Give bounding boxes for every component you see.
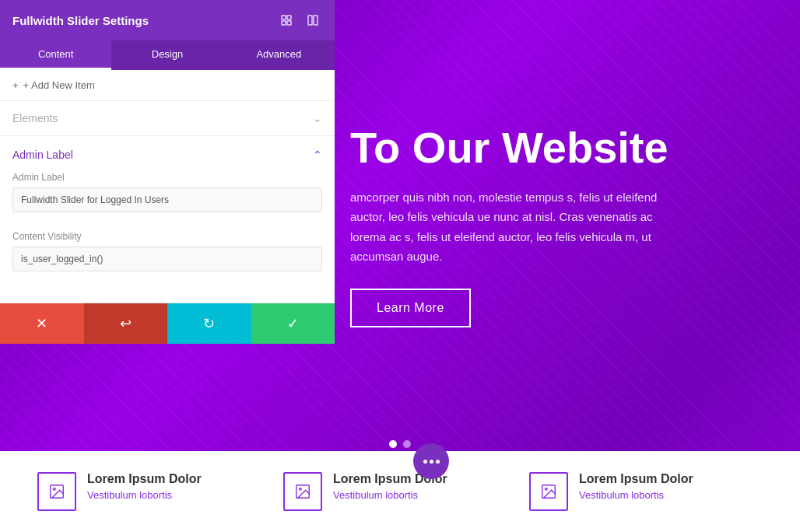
visibility-input[interactable] <box>12 247 322 271</box>
card-text-1: Lorem Ipsum Dolor Vestibulum lobortis <box>87 472 202 501</box>
undo-button[interactable]: ↩ <box>84 303 168 344</box>
card-text-3: Lorem Ipsum Dolor Vestibulum lobortis <box>579 472 693 501</box>
add-new-item-button[interactable]: + + Add New Item <box>0 70 335 101</box>
slider-dots <box>389 440 411 448</box>
add-new-item-label: + Add New Item <box>23 79 95 91</box>
image-icon-2 <box>283 472 322 511</box>
card-title-3: Lorem Ipsum Dolor <box>579 472 693 486</box>
expand-icon[interactable] <box>277 11 296 30</box>
split-icon[interactable] <box>304 11 322 30</box>
svg-rect-2 <box>282 21 286 25</box>
list-item: Lorem Ipsum Dolor Vestibulum lobortis <box>529 472 763 511</box>
card-title-1: Lorem Ipsum Dolor <box>87 472 202 486</box>
image-icon-1 <box>37 472 76 511</box>
panel-header-icons <box>277 11 322 30</box>
visibility-field-label: Content Visibility <box>12 231 322 242</box>
tab-content[interactable]: Content <box>0 40 111 70</box>
panel-title: Fullwidth Slider Settings <box>12 14 149 27</box>
svg-rect-5 <box>314 16 318 25</box>
plus-icon: + <box>12 79 19 91</box>
chat-bubble-button[interactable] <box>413 443 449 479</box>
svg-rect-3 <box>287 21 291 25</box>
chevron-down-icon: ⌄ <box>313 112 322 124</box>
admin-label-section-title: Admin Label <box>12 149 73 161</box>
panel-actions: ✕ ↩ ↻ ✓ <box>0 303 335 344</box>
chat-dot <box>430 460 433 464</box>
section-header: Admin Label ⌃ <box>12 149 322 161</box>
tab-advanced[interactable]: Advanced <box>223 40 335 70</box>
chat-dots-icon <box>423 460 440 464</box>
svg-point-9 <box>299 488 301 490</box>
elements-label: Elements <box>12 112 58 124</box>
admin-label-input[interactable] <box>12 187 322 212</box>
tab-design[interactable]: Design <box>111 40 223 70</box>
settings-panel: Fullwidth Slider Settings Content Design <box>0 0 335 344</box>
panel-content: + + Add New Item Elements ⌄ Admin Label … <box>0 70 335 303</box>
slider-dot-1[interactable] <box>389 440 397 448</box>
redo-button[interactable]: ↻ <box>167 303 251 344</box>
list-item: Lorem Ipsum Dolor Vestibulum lobortis <box>283 472 517 511</box>
svg-point-11 <box>545 488 547 490</box>
svg-point-7 <box>53 488 55 490</box>
card-subtitle-2: Vestibulum lobortis <box>333 489 447 501</box>
list-item: Lorem Ipsum Dolor Vestibulum lobortis <box>37 472 271 511</box>
admin-label-field-label: Admin Label <box>12 172 322 183</box>
admin-label-field: Admin Label <box>12 172 322 223</box>
slider-dot-2[interactable] <box>403 440 411 448</box>
card-subtitle-1: Vestibulum lobortis <box>87 489 202 501</box>
hero-title: To Our Website <box>350 124 769 172</box>
panel-header: Fullwidth Slider Settings <box>0 0 335 40</box>
hero-section: To Our Website amcorper quis nibh non, m… <box>335 0 800 451</box>
svg-rect-1 <box>287 16 291 19</box>
confirm-button[interactable]: ✓ <box>251 303 335 344</box>
image-icon-3 <box>529 472 568 511</box>
visibility-field: Content Visibility <box>12 231 322 282</box>
card-subtitle-3: Vestibulum lobortis <box>579 489 693 501</box>
elements-row[interactable]: Elements ⌄ <box>0 101 335 136</box>
cancel-button[interactable]: ✕ <box>0 303 84 344</box>
admin-label-section: Admin Label ⌃ Admin Label Content Visibi… <box>0 136 335 303</box>
chat-dot <box>423 460 427 464</box>
hero-body: amcorper quis nibh non, molestie tempus … <box>350 187 661 267</box>
chat-dot <box>436 460 440 464</box>
bottom-section: Lorem Ipsum Dolor Vestibulum lobortis Lo… <box>0 451 800 532</box>
svg-rect-4 <box>308 16 312 25</box>
learn-more-button[interactable]: Learn More <box>350 289 471 327</box>
svg-rect-0 <box>282 16 286 19</box>
panel-tabs: Content Design Advanced <box>0 40 335 70</box>
collapse-icon[interactable]: ⌃ <box>313 149 322 161</box>
